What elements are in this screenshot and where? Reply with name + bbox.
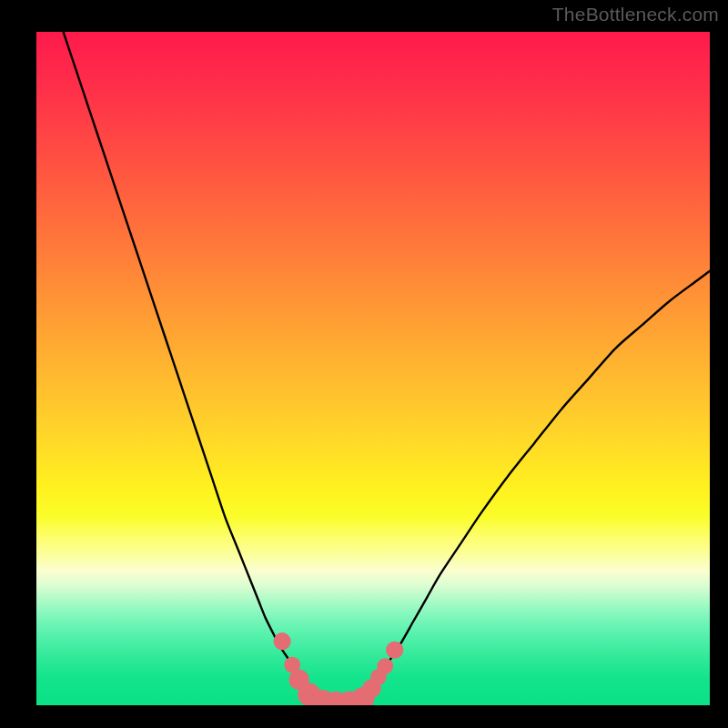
data-marker <box>377 658 393 674</box>
bottleneck-curve <box>64 32 710 703</box>
watermark-text: TheBottleneck.com <box>552 4 719 25</box>
plot-area <box>36 32 710 705</box>
data-marker <box>386 642 403 659</box>
marker-group <box>273 632 403 705</box>
curve-layer <box>36 32 710 705</box>
data-marker <box>273 632 290 650</box>
curve-group <box>64 32 710 703</box>
chart-root: TheBottleneck.com <box>0 0 728 728</box>
